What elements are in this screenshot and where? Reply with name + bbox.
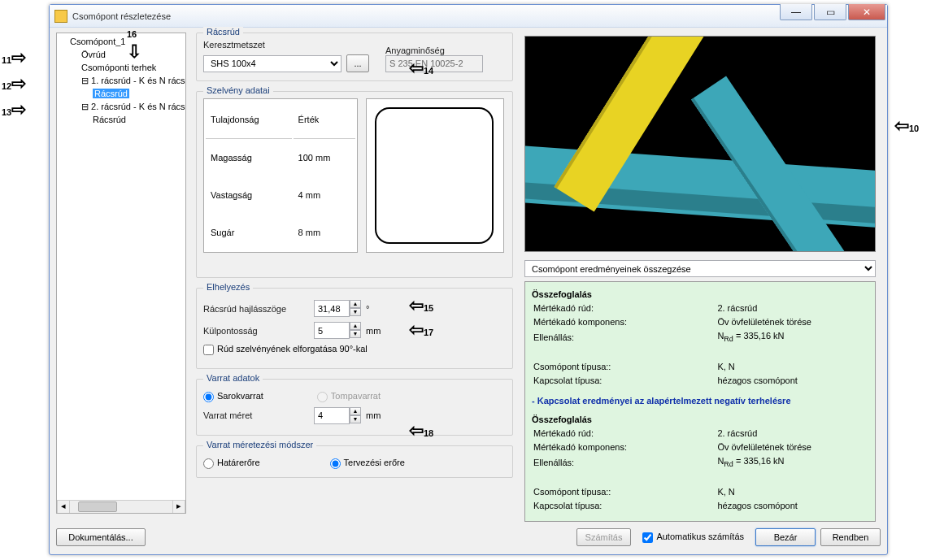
tree-item-loads[interactable]: Csomóponti terhek xyxy=(81,61,184,74)
dialog-window: Csomópont részletezése — ▭ ✕ Csomópont_1… xyxy=(49,4,888,555)
group-weld-method-legend: Varrat méretezési módszer xyxy=(203,440,316,449)
rotate-checkbox[interactable]: Rúd szelvényének elforgatása 90°-kal xyxy=(203,344,368,355)
angle-unit: ° xyxy=(366,304,369,314)
cross-section-browse[interactable]: ... xyxy=(346,54,369,72)
close-dialog-button[interactable]: Bezár xyxy=(755,528,816,546)
close-button[interactable]: ✕ xyxy=(848,4,885,20)
table-row: Magasság100 mm xyxy=(206,141,355,176)
ok-button[interactable]: Rendben xyxy=(820,528,881,546)
results-view-select[interactable]: Csomópont eredményeinek összegzése xyxy=(524,260,876,277)
table-row: Vastagság4 mm xyxy=(206,177,355,213)
method-design-radio[interactable]: Tervezési erőre xyxy=(330,458,405,469)
annot-18: 18 xyxy=(409,420,433,441)
annot-14: 14 xyxy=(409,58,433,79)
weld-size-label: Varrat méret xyxy=(203,410,309,420)
ecc-label: Külpontosság xyxy=(203,326,309,336)
props-table: TulajdonságÉrték Magasság100 mm Vastagsá… xyxy=(203,98,358,253)
annot-10: 10 xyxy=(894,115,919,137)
documentation-button[interactable]: Dokumentálás... xyxy=(56,528,146,546)
tree-item-brace1[interactable]: ⊟ 1. rácsrúd - K és N rácsostartó Rácsrú… xyxy=(81,74,184,100)
joint-3d-view[interactable] xyxy=(524,36,876,252)
angle-spinner[interactable]: ▲▼ xyxy=(314,300,361,317)
weld-size-spinner[interactable]: ▲▼ xyxy=(314,407,361,424)
tree-item-brace1-bar[interactable]: Rácsrúd xyxy=(93,87,184,100)
group-section: Rácsrúd Keresztmetszet SHS 100x4 ... Any… xyxy=(196,33,513,81)
minimize-button[interactable]: — xyxy=(780,4,812,20)
material-field: S 235 EN 10025-2 xyxy=(385,55,483,72)
results-link[interactable]: - Kapcsolat eredményei az alapértelmezet… xyxy=(532,395,868,407)
weld-butt-radio: Tompavarrat xyxy=(317,391,381,402)
shs-shape-icon xyxy=(375,107,494,244)
weld-size-unit: mm xyxy=(366,410,381,420)
cross-section-label: Keresztmetszet xyxy=(203,40,369,50)
group-props-legend: Szelvény adatai xyxy=(203,85,273,95)
results-heading-2: Összefoglalás xyxy=(532,414,868,426)
group-weld: Varrat adatok Sarokvarrat Tompavarrat Va… xyxy=(196,379,513,436)
cross-section-select[interactable]: SHS 100x4 xyxy=(203,55,341,72)
group-placement-legend: Elhelyezés xyxy=(203,282,253,292)
window-title: Csomópont részletezése xyxy=(72,11,882,21)
angle-label: Rácsrúd hajlásszöge xyxy=(203,304,309,314)
group-placement: Elhelyezés Rácsrúd hajlásszöge ▲▼ ° Külp… xyxy=(196,288,513,369)
group-props: Szelvény adatai TulajdonságÉrték Magassá… xyxy=(196,91,513,278)
app-icon xyxy=(54,10,67,23)
group-section-legend: Rácsrúd xyxy=(203,27,243,37)
joint-tree[interactable]: Csomópont_1 Övrúd Csomóponti terhek ⊟ 1.… xyxy=(56,33,186,514)
titlebar[interactable]: Csomópont részletezése — ▭ ✕ xyxy=(50,5,887,28)
ecc-spinner[interactable]: ▲▼ xyxy=(314,322,361,339)
results-panel[interactable]: Összefoglalás Mértékadó rúd:2. rácsrúd M… xyxy=(524,281,876,522)
results-heading: Összefoglalás xyxy=(532,289,868,301)
section-preview xyxy=(366,98,504,253)
calculate-button: Számítás xyxy=(576,528,632,546)
annot-15: 15 xyxy=(409,295,433,316)
auto-calc-checkbox[interactable]: Automatikus számítás xyxy=(642,532,744,543)
table-row: Sugár8 mm xyxy=(206,215,355,250)
annot-11: 11 xyxy=(2,47,26,68)
weld-fillet-radio[interactable]: Sarokvarrat xyxy=(203,391,263,402)
annot-12: 12 xyxy=(2,73,26,94)
group-weld-legend: Varrat adatok xyxy=(203,373,263,383)
group-weld-method: Varrat méretezési módszer Határerőre Ter… xyxy=(196,445,513,478)
material-label: Anyagminőség xyxy=(385,46,483,55)
annot-16: 16 xyxy=(127,24,141,63)
tree-item-brace2[interactable]: ⊟ 2. rácsrúd - K és N rácsostartó Rácsrú… xyxy=(81,100,184,126)
annot-13: 13 xyxy=(2,99,26,120)
maximize-button[interactable]: ▭ xyxy=(814,4,846,20)
tree-hscroll[interactable]: ◂▸ xyxy=(57,500,185,513)
ecc-unit: mm xyxy=(366,326,381,336)
method-limit-radio[interactable]: Határerőre xyxy=(203,458,260,469)
tree-item-brace2-bar[interactable]: Rácsrúd xyxy=(93,113,184,126)
annot-17: 17 xyxy=(409,319,433,341)
